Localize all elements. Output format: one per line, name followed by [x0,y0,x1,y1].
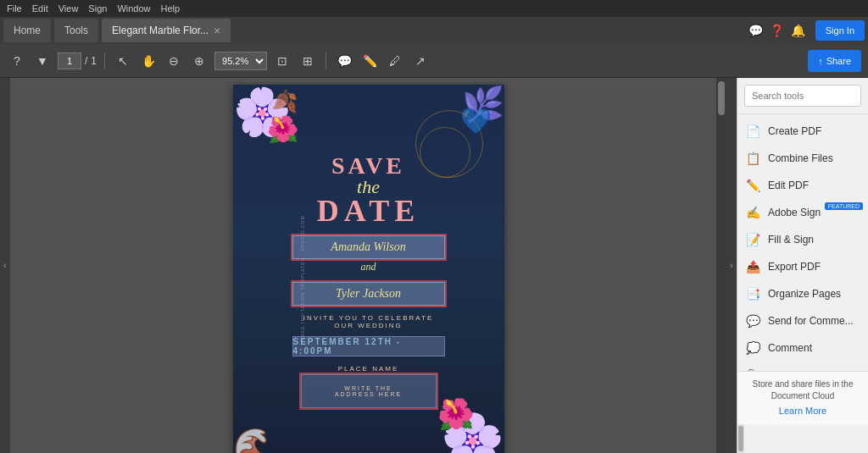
send-comment-icon: 💬 [744,312,761,329]
zoom-in-icon[interactable]: ⊕ [189,51,209,71]
stamp-icon[interactable]: 🖊 [385,51,405,71]
tool-organize-pages[interactable]: 📑 Organize Pages [737,280,868,307]
tool-comment[interactable]: 💭 Comment [737,334,868,362]
featured-badge: FEATURED [825,202,863,210]
signin-button[interactable]: Sign In [815,20,865,41]
scan-ocr-icon: 🔍 [744,367,761,371]
right-panel-collapse[interactable]: › [726,78,737,453]
page-nav: / 1 [58,52,97,69]
tab-close-icon[interactable]: ✕ [214,26,220,36]
tab-home[interactable]: Home [3,19,51,42]
search-tools-input[interactable] [744,85,861,107]
comment-toolbar-icon[interactable]: 💬 [334,51,354,71]
toolbar-sep-1 [104,52,105,69]
edit-pdf-icon: ✏️ [744,177,761,194]
send-comment-label: Send for Comme... [768,315,854,327]
pdf-content: SAVE the DATE Amanda Wilson and Tyler Ja… [233,85,504,453]
event-date-text: SEPTEMBER 12TH - 4:00PM [293,337,444,356]
address-box[interactable]: WRITE THE ADDRESS HERE [301,374,437,408]
left-panel-collapse[interactable]: ‹ [0,78,10,453]
page-number-input[interactable] [58,52,81,69]
combine-files-icon: 📋 [744,150,761,167]
tool-edit-pdf[interactable]: ✏️ Edit PDF [737,172,868,199]
address-section: PLACE NAME WRITE THE ADDRESS HERE [301,365,437,408]
share-button[interactable]: ↑ Share [808,50,861,72]
name1-text: Amanda Wilson [331,240,405,254]
menu-help[interactable]: Help [161,3,181,14]
name1-box[interactable]: Amanda Wilson [292,235,445,259]
document-area: 🌸 🌺 🍂 🌿 💙 🌸 🌺 🌊 FREE INVITATION TEMPLATE… [10,78,726,453]
menu-file[interactable]: File [7,3,22,14]
chat-icon[interactable]: 💬 [748,24,763,37]
help-toolbar-icon[interactable]: ? [7,51,27,71]
tab-doc-label: Elegant Marble Flor... [112,25,209,36]
tab-tools-label: Tools [64,25,88,36]
date-text: DATE [317,193,420,229]
export-pdf-label: Export PDF [768,261,821,273]
hand-tool-icon[interactable]: ✋ [138,51,159,71]
address-line1: WRITE THE [344,385,392,391]
name2-box[interactable]: Tyler Jackson [292,282,445,306]
cursor-tool-icon[interactable]: ↖ [113,51,133,71]
notifications-icon[interactable]: 🔔 [791,24,805,37]
fill-sign-label: Fill & Sign [768,234,814,246]
toolbar: ? ▼ / 1 ↖ ✋ ⊖ ⊕ 95.2% 100% 75% 50% ⊡ ⊞ 💬… [0,44,868,78]
event-date-box: SEPTEMBER 12TH - 4:00PM [292,336,445,356]
search-tools-container [737,78,868,114]
comment-icon: 💭 [744,340,761,356]
name2-text: Tyler Jackson [336,287,401,301]
create-pdf-icon: 📄 [744,123,761,140]
tools-list: 📄 Create PDF 📋 Combine Files ✏️ Edit PDF… [737,114,868,371]
place-name-text: PLACE NAME [338,365,399,373]
tabbar: Home Tools Elegant Marble Flor... ✕ 💬 ❓ … [0,17,868,44]
tab-home-label: Home [14,25,41,36]
address-line2: ADDRESS HERE [335,391,402,397]
tool-create-pdf[interactable]: 📄 Create PDF [737,118,868,145]
draw-icon[interactable]: ✏️ [359,51,380,71]
adobe-sign-icon: ✍️ [744,204,761,221]
pdf-page: 🌸 🌺 🍂 🌿 💙 🌸 🌺 🌊 FREE INVITATION TEMPLATE… [233,85,504,453]
right-scroll-thumb[interactable] [738,426,743,451]
combine-files-label: Combine Files [768,152,833,164]
scroll-thumb[interactable] [718,81,725,115]
scan-ocr-label: Scan & OCR [768,369,826,371]
share-label: Share [826,56,851,66]
tool-export-pdf[interactable]: 📤 Export PDF [737,253,868,280]
fill-sign-icon: 📝 [744,231,761,248]
tool-adobe-sign[interactable]: ✍️ Adobe Sign FEATURED [737,199,868,226]
menu-view[interactable]: View [58,3,79,14]
export-pdf-icon: 📤 [744,258,761,275]
create-pdf-label: Create PDF [768,125,821,137]
doc-scrollbar[interactable] [716,78,726,453]
menu-edit[interactable]: Edit [32,3,48,14]
prev-page-icon[interactable]: ▼ [32,51,53,71]
cloud-text: Store and share files in the Document Cl… [744,378,861,402]
menu-sign[interactable]: Sign [88,3,107,14]
right-scrollbar[interactable] [737,424,744,453]
tool-send-comment[interactable]: 💬 Send for Comme... [737,307,868,334]
and-text: and [361,261,376,273]
tool-combine-files[interactable]: 📋 Combine Files [737,145,868,172]
comment-label: Comment [768,342,812,354]
help-icon[interactable]: ❓ [770,24,784,37]
learn-more-link[interactable]: Learn More [779,406,826,416]
tab-document[interactable]: Elegant Marble Flor... ✕ [102,19,231,42]
zoom-out-icon[interactable]: ⊖ [164,51,184,71]
rotate-icon[interactable]: ⊞ [298,51,318,71]
tab-tools[interactable]: Tools [54,19,98,42]
zoom-select[interactable]: 95.2% 100% 75% 50% [214,52,267,70]
page-total: 1 [91,55,97,67]
signin-label: Sign In [826,25,854,36]
share-toolbar-icon[interactable]: ↗ [410,51,431,71]
menubar: File Edit View Sign Window Help [0,0,868,17]
share-icon: ↑ [818,56,823,66]
right-panel: 📄 Create PDF 📋 Combine Files ✏️ Edit PDF… [737,78,868,453]
tool-fill-sign[interactable]: 📝 Fill & Sign [737,226,868,253]
organize-pages-icon: 📑 [744,285,761,302]
tool-scan-ocr[interactable]: 🔍 Scan & OCR [737,362,868,371]
fit-page-icon[interactable]: ⊡ [272,51,292,71]
main-area: ‹ 🌸 🌺 🍂 🌿 💙 🌸 🌺 [0,78,868,453]
invite-text: INVITE YOU TO CELEBRATE OUR WEDDING [303,314,433,329]
edit-pdf-label: Edit PDF [768,180,809,191]
menu-window[interactable]: Window [117,3,150,14]
